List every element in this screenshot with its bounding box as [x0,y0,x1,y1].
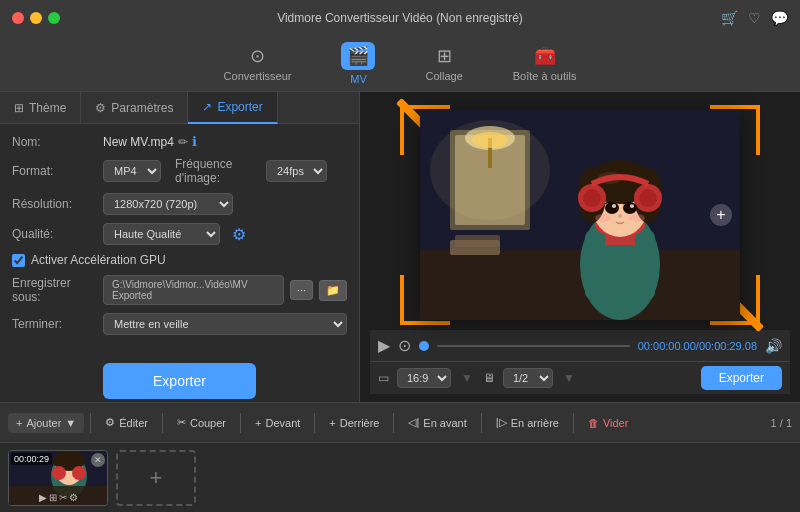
form-area: Nom: New MV.mp4 ✏ ℹ Format: MP4 MKV AVI … [0,124,359,353]
sep-7 [573,413,574,433]
right-panel: + ▶ ⊙ 00:00:00.00/00:00:29.08 🔊 ▭ 16:9 4… [360,92,800,402]
cart-icon[interactable]: 🛒 [721,10,738,26]
qualite-settings-icon[interactable]: ⚙ [232,225,246,244]
traffic-lights [12,12,60,24]
format-label: Format: [12,164,97,178]
qualite-label: Qualité: [12,227,97,241]
theme-tab-icon: ⊞ [14,101,24,115]
nav-boite[interactable]: 🧰 Boîte à outils [503,41,587,86]
svg-point-26 [618,214,622,218]
sep-5 [393,413,394,433]
volume-icon[interactable]: 🔊 [765,338,782,354]
nom-edit-icon[interactable]: ✏ [178,135,188,149]
derriere-icon: + [329,417,335,429]
vider-button[interactable]: 🗑 Vider [580,413,636,433]
aspect-ratio-select[interactable]: 16:9 4:3 1:1 [397,368,451,388]
theme-tab-label: Thème [29,101,66,115]
add-clip-button[interactable]: + [116,450,196,506]
close-button[interactable] [12,12,24,24]
nom-info-icon[interactable]: ℹ [192,134,197,149]
add-media-icon[interactable]: + [710,204,732,226]
profile-icon[interactable]: ♡ [748,10,761,26]
nom-value: New MV.mp4 ✏ ℹ [103,134,197,149]
couper-button[interactable]: ✂ Couper [169,412,234,433]
play-button[interactable]: ▶ [378,336,390,355]
nav-convertisseur[interactable]: ⊙ Convertisseur [214,41,302,86]
en-arriere-button[interactable]: |▷ En arrière [488,412,567,433]
progress-bar[interactable] [437,345,630,347]
frequence-select[interactable]: 24fps 30fps 60fps [266,160,327,182]
derriere-button[interactable]: + Derrière [321,413,387,433]
export-button-area: Exporter [0,353,359,411]
editer-button[interactable]: ⚙ Éditer [97,412,156,433]
svg-point-21 [639,189,657,207]
terminer-label: Terminer: [12,317,97,331]
title-icons: 🛒 ♡ 💬 [721,10,788,26]
exporter-tab-label: Exporter [217,100,262,114]
nav-mv-label: MV [350,73,367,85]
svg-rect-8 [455,235,500,247]
svg-point-29 [430,120,550,220]
nav-boite-label: Boîte à outils [513,70,577,82]
timeline-clip-0[interactable]: 00:00:29 ✕ ▶ ⊞ ✂ ⚙ [8,450,108,506]
stop-button[interactable]: ⊙ [398,336,411,355]
nav-collage-label: Collage [425,70,462,82]
svg-point-34 [52,466,66,480]
nom-row: Nom: New MV.mp4 ✏ ℹ [12,134,347,149]
tab-theme[interactable]: ⊞ Thème [0,92,81,123]
devant-button[interactable]: + Devant [247,413,308,433]
sep-1 [90,413,91,433]
nav-mv[interactable]: 🎬 MV [331,38,385,89]
couper-icon: ✂ [177,416,186,429]
frequence-label: Fréquence d'image: [175,157,260,185]
format-select[interactable]: MP4 MKV AVI [103,160,161,182]
nav-bar: ⊙ Convertisseur 🎬 MV ⊞ Collage 🧰 Boîte à… [0,36,800,92]
enregistrer-folder-btn[interactable]: 📁 [319,280,347,301]
enregistrer-row: Enregistrer sous: G:\Vidmore\Vidmor...Vi… [12,275,347,305]
clip-edit3-icon: ⚙ [69,492,78,503]
minimize-button[interactable] [30,12,42,24]
collage-icon: ⊞ [437,45,452,67]
resolution-select[interactable]: 1280x720 (720p) 1920x1080 (1080p) 854x48… [103,193,233,215]
sep-3 [240,413,241,433]
clip-duration: 00:00:29 [11,453,52,465]
enregistrer-label: Enregistrer sous: [12,276,97,304]
clip-close-button[interactable]: ✕ [91,453,105,467]
editer-icon: ⚙ [105,416,115,429]
add-icon: + [16,417,22,429]
enregistrer-browse-btn[interactable]: ··· [290,280,313,300]
add-button[interactable]: + Ajouter ▼ [8,413,84,433]
screen-icon: 🖥 [483,371,495,385]
vider-icon: 🗑 [588,417,599,429]
qualite-select[interactable]: Haute Qualité Qualité Standard [103,223,220,245]
terminer-select[interactable]: Mettre en veille Rien Arrêter [103,313,347,335]
aspect-icon: ▭ [378,371,389,385]
sep-4 [314,413,315,433]
svg-point-25 [630,204,634,208]
devant-icon: + [255,417,261,429]
export-main-button[interactable]: Exporter [103,363,256,399]
title-bar: Vidmore Convertisseur Vidéo (Non enregis… [0,0,800,36]
svg-point-20 [583,189,601,207]
clip-edit1-icon: ⊞ [49,492,57,503]
gpu-checkbox[interactable] [12,254,25,267]
convertisseur-icon: ⊙ [250,45,265,67]
sep-2 [162,413,163,433]
preview-container: + [395,100,765,330]
en-avant-button[interactable]: ◁| En avant [400,412,474,433]
parametres-tab-icon: ⚙ [95,101,106,115]
tab-exporter[interactable]: ↗ Exporter [188,92,277,124]
panel-tabs: ⊞ Thème ⚙ Paramètres ↗ Exporter [0,92,359,124]
chat-icon[interactable]: 💬 [771,10,788,26]
tab-parametres[interactable]: ⚙ Paramètres [81,92,188,123]
nav-convertisseur-label: Convertisseur [224,70,292,82]
export-small-button[interactable]: Exporter [701,366,782,390]
maximize-button[interactable] [48,12,60,24]
nom-label: Nom: [12,135,97,149]
boite-icon: 🧰 [534,45,556,67]
resolution-label: Résolution: [12,197,97,211]
nav-collage[interactable]: ⊞ Collage [415,41,472,86]
progress-indicator [419,341,429,351]
gpu-label: Activer Accélération GPU [31,253,166,267]
screen-select[interactable]: 1/2 1/1 Full [503,368,553,388]
